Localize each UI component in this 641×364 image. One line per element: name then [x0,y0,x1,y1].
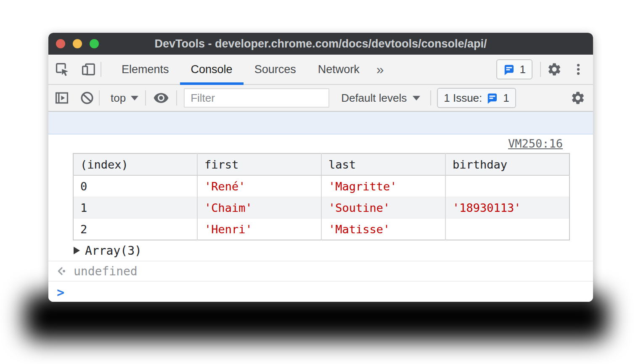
traffic-lights [56,39,99,48]
three-dot-menu-icon [571,62,585,76]
cell-last: 'Matisse' [321,219,445,240]
toolbar-separator [176,90,177,106]
issues-button-count: 1 [503,92,509,105]
table-row: 1 'Chaim' 'Soutine' '18930113' [73,197,569,219]
cell-first: 'Henri' [197,219,321,240]
desktop-background: DevTools - developer.chrome.com/docs/dev… [0,0,641,364]
message-bubble-icon [486,92,499,104]
console-settings-button[interactable] [563,90,593,106]
cell-first: 'René' [197,175,321,197]
settings-button[interactable] [541,62,568,77]
cell-index: 2 [73,219,197,240]
prompt-chevron-icon: > [57,285,64,300]
result-value: undefined [74,264,138,278]
inspect-cursor-icon [54,61,70,77]
result-row: undefined [48,261,593,281]
devtools-window: DevTools - developer.chrome.com/docs/dev… [48,33,593,302]
context-selector[interactable]: top [106,92,143,105]
gear-icon [570,90,585,106]
cell-birthday [445,175,569,197]
close-button[interactable] [56,39,65,48]
zoom-button[interactable] [90,39,99,48]
toolbar-separator [101,62,101,77]
console-table: (index) first last birthday 0 'René' 'Ma… [73,153,570,240]
create-live-expression-button[interactable] [146,90,176,106]
clear-console-button[interactable] [75,90,99,106]
tab-console[interactable]: Console [180,55,244,84]
column-header-index[interactable]: (index) [73,153,197,175]
show-console-sidebar-button[interactable] [48,90,75,106]
cell-last: 'Soutine' [321,197,445,219]
table-header-row: (index) first last birthday [73,153,569,175]
titlebar: DevTools - developer.chrome.com/docs/dev… [48,33,593,55]
device-toolbar-icon [80,61,96,77]
tab-network[interactable]: Network [307,55,371,84]
tab-sources[interactable]: Sources [244,55,307,84]
issues-counter-button[interactable]: 1 [496,59,532,79]
cell-index: 0 [73,175,197,197]
source-location-row: VM250:16 [48,135,593,152]
cell-birthday: '18930113' [445,197,569,219]
command-echo[interactable]: ], console.table(people); [48,112,593,135]
window-title: DevTools - developer.chrome.com/docs/dev… [48,37,593,50]
issues-count: 1 [520,63,526,76]
devtools-tabbar: Elements Console Sources Network » 1 [48,55,593,85]
console-prompt[interactable]: > [48,282,593,302]
source-link[interactable]: VM250:16 [508,137,563,150]
return-arrow-icon [56,265,68,277]
array-summary: Array(3) [85,244,142,258]
show-sidebar-icon [54,90,70,106]
column-header-first[interactable]: first [197,153,321,175]
table-row: 0 'René' 'Magritte' [73,175,569,197]
main-menu-button[interactable] [568,62,589,76]
tab-elements[interactable]: Elements [111,55,180,84]
log-levels-label: Default levels [341,92,407,105]
expand-triangle-icon [74,247,80,254]
device-toolbar-button[interactable] [76,61,101,77]
toolbar-separator [99,90,100,106]
console-output-area: ], console.table(people); VM250:16 (inde… [48,112,593,302]
inspect-element-button[interactable] [48,61,76,77]
column-header-last[interactable]: last [321,153,445,175]
cell-birthday [445,219,569,240]
toolbar-separator [430,90,431,106]
clear-console-icon [79,90,95,106]
issues-button[interactable]: 1 Issue: 1 [437,88,516,108]
table-row: 2 'Henri' 'Matisse' [73,219,569,240]
column-header-birthday[interactable]: birthday [445,153,569,175]
cell-first: 'Chaim' [197,197,321,219]
log-levels-selector[interactable]: Default levels [337,92,424,105]
cell-last: 'Magritte' [321,175,445,197]
chevron-down-icon [131,96,138,100]
cell-index: 1 [73,197,197,219]
eye-icon [153,90,169,106]
more-tabs-button[interactable]: » [371,62,390,77]
message-bubble-icon [503,63,516,76]
console-toolbar: top Default levels 1 Issue: [48,85,593,112]
filter-input[interactable] [184,88,329,108]
gear-icon [547,62,562,77]
chevron-down-icon [413,96,420,100]
minimize-button[interactable] [73,39,82,48]
issues-button-label: 1 Issue: [444,92,482,105]
array-expander[interactable]: Array(3) [48,240,593,261]
context-selector-label: top [111,92,126,105]
